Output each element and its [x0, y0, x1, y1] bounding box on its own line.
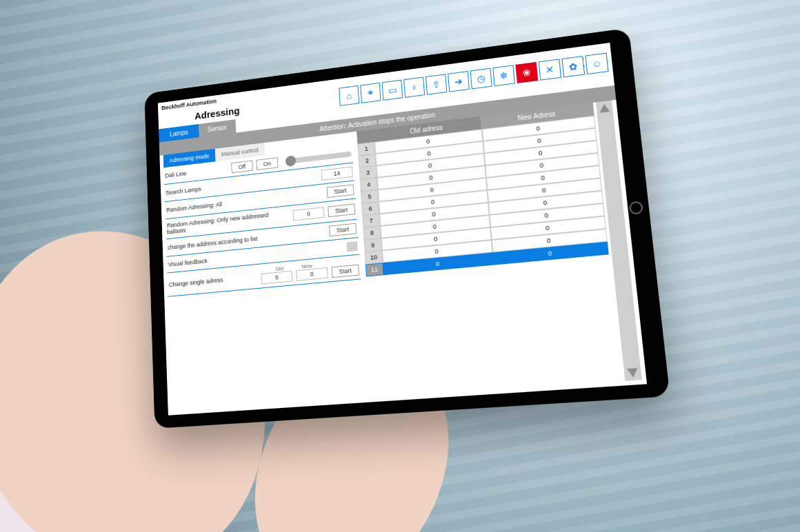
btn-random-new-start[interactable]: Start [328, 203, 355, 217]
btn-dali-on[interactable]: On [256, 157, 278, 170]
btn-random-all-start[interactable]: Start [327, 184, 354, 198]
value-single-old[interactable]: 0 [261, 271, 293, 285]
person-icon[interactable]: ☺ [585, 52, 608, 74]
value-random-new[interactable]: 0 [292, 207, 324, 221]
scroll-up-icon[interactable] [599, 103, 610, 113]
home-icon[interactable]: ⌂ [339, 85, 359, 106]
card-icon[interactable]: ▭ [382, 80, 403, 101]
scroll-down-icon[interactable] [627, 368, 639, 378]
left-panel: Adressing mode Manual control Dali Line … [163, 132, 369, 411]
tablet-home-button-icon[interactable] [629, 201, 643, 215]
tools-icon[interactable]: ✕ [539, 59, 561, 80]
btn-change-list-start[interactable]: Start [329, 223, 357, 237]
bell-icon[interactable]: ✿ [561, 56, 585, 77]
clock-icon[interactable]: ◷ [470, 68, 492, 90]
cell-index: 11 [366, 263, 384, 276]
leaf-icon[interactable]: ❀ [515, 62, 538, 83]
users-icon[interactable]: ⚭ [360, 83, 381, 103]
btn-single-start[interactable]: Start [331, 265, 359, 278]
snow-icon[interactable]: ❄ [492, 65, 515, 86]
bulb-icon[interactable]: ♀ [403, 76, 425, 97]
table-body: 10020030040050060070080090010001100 [357, 116, 608, 277]
walk-icon[interactable]: ⇪ [426, 74, 447, 94]
value-search[interactable]: 14 [321, 166, 352, 180]
app-screen: Beckhoff Automation Adressing ⌂⚭▭♀⇪➔◷❄❀✕… [158, 43, 647, 416]
content-body: Adressing mode Manual control Dali Line … [159, 100, 647, 416]
address-table: Old adress New Adress 100200300400500600… [357, 103, 622, 398]
right-panel: Old adress New Adress 100200300400500600… [357, 101, 642, 398]
label-dali: Dali Line [165, 165, 228, 179]
btn-dali-off[interactable]: Off [231, 161, 252, 174]
run-icon[interactable]: ➔ [448, 71, 470, 92]
label-change-single: Change single adress [169, 274, 244, 288]
visual-feedback-indicator-icon[interactable] [346, 241, 357, 252]
value-single-new[interactable]: 0 [296, 267, 328, 281]
dali-slider[interactable] [286, 151, 352, 164]
tablet-frame: Beckhoff Automation Adressing ⌂⚭▭♀⇪➔◷❄❀✕… [144, 28, 670, 428]
